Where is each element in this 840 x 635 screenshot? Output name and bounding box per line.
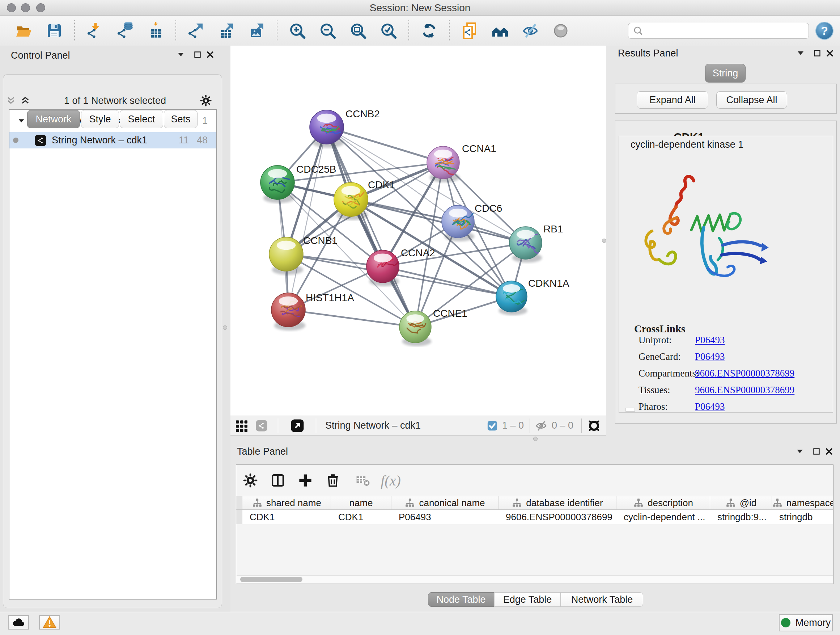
delete-column-icon[interactable] [325, 472, 341, 489]
warning-button[interactable] [39, 615, 60, 630]
zoom-selected-icon[interactable] [380, 22, 397, 40]
hide-eye-icon[interactable] [522, 22, 539, 40]
copy-document-icon[interactable] [461, 22, 478, 40]
search-box[interactable] [628, 23, 809, 39]
expand-all-button[interactable]: Expand All [637, 91, 708, 109]
collapse-panel-icon[interactable] [796, 49, 805, 58]
column-header-shared-name[interactable]: shared name [242, 496, 331, 509]
gear-icon[interactable] [242, 472, 259, 489]
collapse-all-tree-icon[interactable] [6, 96, 16, 106]
network-node-ccnb2[interactable] [309, 110, 344, 148]
column-header-canonical-name[interactable]: canonical name [392, 496, 499, 509]
delete-table-icon[interactable] [355, 472, 371, 489]
tab-node-table[interactable]: Node Table [428, 592, 494, 607]
selected-checkbox-icon[interactable] [487, 420, 498, 431]
crosslink-link[interactable]: P06493 [695, 351, 725, 362]
network-edge[interactable] [288, 310, 415, 327]
float-panel-icon[interactable] [813, 49, 822, 58]
table-cell[interactable]: CDK1 [331, 510, 392, 524]
column-header-description[interactable]: description [616, 496, 710, 509]
tab-network[interactable]: Network [27, 110, 80, 128]
export-network-icon[interactable] [187, 22, 205, 40]
network-node-cdc6[interactable] [442, 205, 474, 241]
table-cell[interactable]: cyclin-dependent ... [616, 510, 710, 524]
tab-network-table[interactable]: Network Table [561, 592, 643, 607]
cloud-button[interactable] [8, 615, 29, 630]
network-node-cdc25b[interactable] [261, 165, 294, 203]
network-canvas[interactable]: CCNB2CCNA1CDC25BCDK1CDC6RB1CCNB1CCNA2CDK… [231, 46, 606, 416]
tab-style[interactable]: Style [81, 110, 119, 128]
crosslink-link[interactable]: 9606.ENSP00000378699 [695, 368, 794, 379]
center-view-icon[interactable] [587, 418, 601, 433]
import-network-icon[interactable] [86, 22, 103, 40]
table-row[interactable]: CDK1CDK1P064939606.ENSP00000378699cyclin… [236, 510, 833, 524]
zoom-out-icon[interactable] [319, 22, 336, 40]
tab-edge-table[interactable]: Edge Table [494, 592, 561, 607]
column-header-database-identifier[interactable]: database identifier [499, 496, 616, 509]
refresh-icon[interactable] [420, 22, 438, 40]
split-columns-icon[interactable] [270, 472, 286, 489]
scrollbar-thumb[interactable] [240, 577, 302, 582]
crosslink-link[interactable]: P06493 [695, 401, 725, 412]
export-table-icon[interactable] [218, 22, 235, 40]
table-cell[interactable]: 9606.ENSP00000378699 [499, 510, 616, 524]
add-column-icon[interactable] [297, 472, 314, 489]
help-button[interactable]: ? [815, 22, 834, 40]
horizontal-splitter[interactable] [231, 435, 840, 442]
column-header-name[interactable]: name [331, 496, 392, 509]
tree-expander-icon[interactable] [17, 117, 25, 125]
collapse-all-button[interactable]: Collapse All [716, 91, 787, 109]
network-node-rb1[interactable] [509, 226, 542, 263]
network-row-selected[interactable]: String Network – cdk1 11 48 [9, 132, 216, 149]
network-node-cdk1[interactable] [334, 182, 368, 220]
open-folder-icon[interactable] [15, 22, 33, 40]
network-node-ccna2[interactable] [366, 250, 399, 287]
close-panel-icon[interactable] [825, 49, 835, 58]
expand-all-tree-icon[interactable] [20, 96, 30, 106]
zoom-in-icon[interactable] [289, 22, 306, 40]
network-node-ccne1[interactable] [399, 311, 431, 346]
network-node-hist1h1a[interactable] [271, 293, 305, 331]
home-pair-icon[interactable] [491, 22, 508, 40]
table-cell[interactable]: P06493 [392, 510, 499, 524]
import-table-icon[interactable] [147, 22, 164, 40]
column-header--id[interactable]: @id [710, 496, 772, 509]
export-image-icon[interactable] [248, 22, 265, 40]
horizontal-splitter-grip[interactable] [533, 437, 538, 441]
tab-string[interactable]: String [705, 64, 745, 82]
vertical-splitter-grip[interactable] [602, 239, 606, 243]
network-edge[interactable] [383, 266, 512, 296]
network-node-ccnb1[interactable] [269, 237, 303, 275]
share-view-icon[interactable] [256, 420, 268, 432]
show-sphere-icon[interactable] [552, 22, 569, 40]
memory-button[interactable]: Memory [779, 614, 833, 631]
crosslink-link[interactable]: P06493 [695, 334, 725, 345]
table-cell[interactable]: stringdb:9... [710, 510, 772, 524]
crosslink-link[interactable]: 9606.ENSP00000378699 [695, 385, 794, 395]
network-edge[interactable] [327, 127, 443, 163]
network-node-ccna1[interactable] [427, 146, 459, 182]
birds-eye-toggle-icon[interactable] [291, 419, 304, 432]
network-node-cdkn1a[interactable] [496, 281, 527, 315]
table-cell[interactable]: CDK1 [242, 510, 331, 524]
close-panel-icon[interactable] [205, 50, 215, 59]
network-edge[interactable] [288, 127, 327, 310]
save-icon[interactable] [46, 22, 63, 40]
scrollbar-notch[interactable] [625, 408, 635, 412]
table-hscrollbar[interactable] [237, 575, 834, 583]
vertical-splitter-grip[interactable] [223, 325, 227, 330]
tab-sets[interactable]: Sets [164, 110, 197, 128]
collapse-panel-icon[interactable] [176, 50, 186, 59]
tab-select[interactable]: Select [120, 110, 163, 128]
function-builder-icon[interactable]: f(x) [382, 472, 399, 489]
import-database-icon[interactable] [117, 22, 134, 40]
float-panel-icon[interactable] [812, 447, 821, 456]
collapse-panel-icon[interactable] [795, 447, 805, 456]
float-panel-icon[interactable] [193, 50, 202, 59]
table-cell[interactable]: stringdb [772, 510, 834, 524]
grid-view-icon[interactable] [235, 420, 248, 432]
search-input[interactable] [646, 24, 808, 38]
close-panel-icon[interactable] [824, 447, 834, 456]
gear-icon[interactable] [200, 95, 212, 107]
zoom-fit-icon[interactable] [349, 22, 367, 40]
